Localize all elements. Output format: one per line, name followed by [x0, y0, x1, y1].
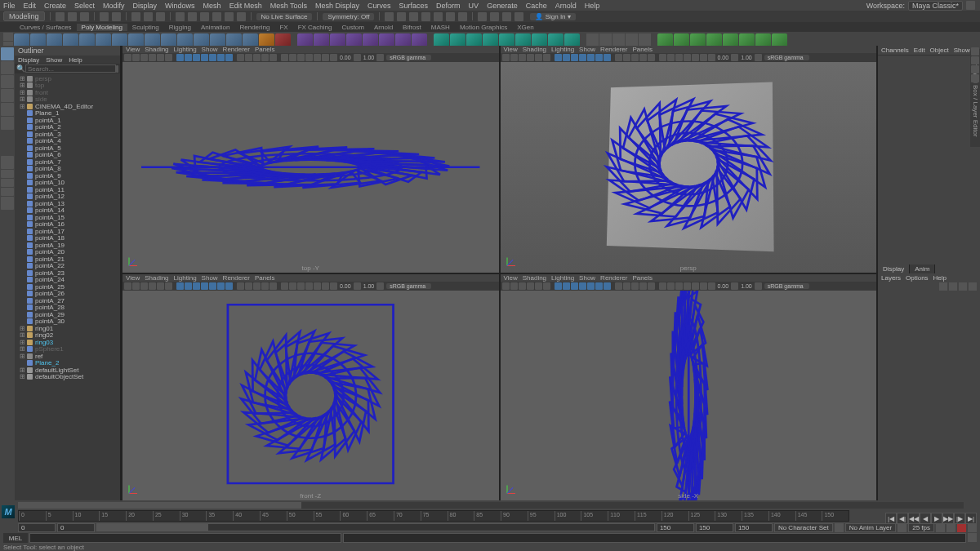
outliner-item[interactable]: pointA_22 — [15, 263, 120, 270]
play-back-icon[interactable]: ◀ — [920, 513, 931, 524]
outliner-item[interactable]: ⊞top — [15, 82, 120, 90]
maya-logo-icon[interactable]: M — [2, 505, 15, 518]
vp-canvas-top[interactable]: top -Y — [122, 62, 499, 273]
module-dropdown[interactable]: Modeling — [3, 11, 45, 21]
symmetry-dropdown[interactable]: Symmetry: Off — [323, 13, 374, 20]
layer-new-empty-icon[interactable] — [969, 282, 977, 291]
color-space-dropdown[interactable]: sRGB gamma — [386, 55, 431, 60]
outliner-item[interactable]: pointA_25 — [15, 283, 120, 291]
outliner-item[interactable]: pointA_5 — [15, 144, 120, 152]
range-slider[interactable] — [96, 523, 655, 531]
attribute-editor-icon[interactable] — [971, 56, 979, 64]
ipr-icon[interactable] — [409, 12, 418, 21]
outliner-item[interactable]: pointA_7 — [15, 158, 120, 166]
outliner-item[interactable]: ⊞ring01 — [15, 325, 120, 332]
outliner-search-opts-icon[interactable] — [116, 65, 118, 73]
outliner-item[interactable]: pointA_6 — [15, 152, 120, 159]
cb-menu-show[interactable]: Show — [954, 47, 970, 54]
menu-help[interactable]: Help — [585, 2, 600, 10]
view-transform-icon[interactable] — [376, 54, 384, 61]
exposure-field[interactable]: 0.00 — [338, 55, 353, 60]
paint-tool-icon[interactable] — [1, 75, 14, 88]
menu-mesh[interactable]: Mesh — [203, 2, 221, 10]
outliner-item[interactable]: ⊞defaultLightSet — [15, 367, 120, 374]
outliner-item[interactable]: ⊞ref — [15, 353, 120, 360]
menu-uv[interactable]: UV — [469, 2, 479, 10]
scale-tool-icon[interactable] — [1, 117, 14, 130]
shelf-tab-motion[interactable]: Motion Graphics — [455, 24, 512, 31]
layer-menu-help[interactable]: Help — [933, 274, 947, 282]
cb-menu-object[interactable]: Object — [930, 47, 949, 54]
range-start-field[interactable]: 0 — [57, 523, 95, 532]
range-end-field[interactable]: 150 — [657, 523, 694, 532]
render-view-icon[interactable] — [446, 12, 455, 21]
char-set-icon[interactable] — [835, 523, 844, 532]
outliner-item[interactable]: pointA_29 — [15, 311, 120, 318]
undo-icon[interactable] — [100, 12, 109, 21]
shelf-tab-poly[interactable]: Poly Modeling — [77, 24, 127, 31]
outliner-menu-help[interactable]: Help — [69, 56, 82, 64]
modeling-toolkit-icon[interactable] — [490, 12, 499, 21]
outliner-item[interactable]: pointA_30 — [15, 318, 120, 326]
outliner-item[interactable]: pointA_12 — [15, 193, 120, 201]
menu-modify[interactable]: Modify — [103, 2, 125, 10]
snap-grid-icon[interactable] — [176, 12, 185, 21]
panel-toggle-icon[interactable] — [478, 12, 487, 21]
gamma-field[interactable]: 1.00 — [362, 55, 376, 60]
outliner-item[interactable]: pointA_11 — [15, 186, 120, 193]
outliner-item[interactable]: ⊞pSphere1 — [15, 346, 120, 353]
outliner-item[interactable]: pointA_4 — [15, 138, 120, 145]
hypershade-icon[interactable] — [434, 12, 443, 21]
last-tool-icon[interactable] — [1, 156, 14, 169]
loop-icon[interactable] — [936, 523, 945, 532]
outliner-item[interactable]: pointA_28 — [15, 304, 120, 312]
menu-edit[interactable]: Edit — [24, 2, 37, 10]
set-key-icon[interactable] — [957, 523, 966, 532]
outliner-list[interactable]: ⊞persp⊞top⊞front⊞side⊞CINEMA_4D_EditorPl… — [15, 73, 120, 500]
go-start-icon[interactable]: |◀ — [885, 513, 897, 524]
field-chart-icon[interactable] — [209, 54, 216, 61]
character-set-dropdown[interactable]: No Character Set — [774, 523, 833, 532]
lasso-tool-icon[interactable] — [1, 61, 14, 74]
lights-icon[interactable] — [261, 54, 269, 61]
outliner-menu-display[interactable]: Display — [18, 56, 39, 64]
select-tool-icon[interactable] — [1, 47, 14, 60]
dof-icon[interactable] — [330, 54, 337, 61]
cb-menu-edit[interactable]: Edit — [914, 47, 925, 54]
layout-single-icon[interactable] — [1, 170, 14, 178]
multisample-icon[interactable] — [322, 54, 329, 61]
view-slider[interactable] — [18, 502, 964, 509]
outliner-item[interactable]: pointA_26 — [15, 291, 120, 298]
menu-surfaces[interactable]: Surfaces — [399, 2, 429, 10]
go-end-icon[interactable]: ▶| — [965, 513, 977, 524]
sign-in-button[interactable]: 👤 Sign In ▾ — [530, 13, 575, 20]
viewport-top[interactable]: ViewShadingLightingShowRendererPanels 0.… — [122, 46, 499, 273]
step-fwd-key-icon[interactable]: |▶ — [954, 513, 965, 524]
shelf-tab-mash[interactable]: MASH — [426, 24, 455, 31]
outliner-item[interactable]: pointA_16 — [15, 221, 120, 229]
menu-generate[interactable]: Generate — [487, 2, 518, 10]
anim-layer-dropdown[interactable]: No Anim Layer — [845, 523, 896, 532]
light-editor-icon[interactable] — [458, 12, 467, 21]
camera-select-icon[interactable] — [124, 54, 131, 61]
anim-start-field[interactable]: 0 — [18, 523, 56, 532]
outliner-item[interactable]: pointA_23 — [15, 269, 120, 277]
joint-xray-icon[interactable] — [297, 54, 305, 61]
script-editor-icon[interactable] — [968, 533, 977, 542]
construction-history-icon[interactable] — [385, 12, 394, 21]
select-mode-icon[interactable] — [131, 12, 140, 21]
viewport-persp[interactable]: ViewShadingLightingShowRendererPanels 0.… — [501, 46, 877, 273]
shelf-tab-curves[interactable]: Curves / Surfaces — [15, 24, 77, 31]
auto-key-icon[interactable] — [947, 523, 956, 532]
outliner-item[interactable]: pointA_15 — [15, 214, 120, 221]
isolate-icon[interactable] — [281, 54, 288, 61]
shelf-tab-arnold[interactable]: Arnold — [369, 24, 398, 31]
textured-icon[interactable] — [253, 54, 261, 61]
cb-menu-channels[interactable]: Channels — [881, 47, 909, 54]
menu-mesh-display[interactable]: Mesh Display — [315, 2, 359, 10]
gamma-icon[interactable] — [354, 54, 361, 61]
grease-icon[interactable] — [165, 54, 172, 61]
viewport-front[interactable]: ViewShadingLightingShowRendererPanels 0.… — [122, 274, 499, 501]
layer-tab-display[interactable]: Display — [878, 264, 910, 273]
outliner-item[interactable]: pointA_2 — [15, 124, 120, 131]
